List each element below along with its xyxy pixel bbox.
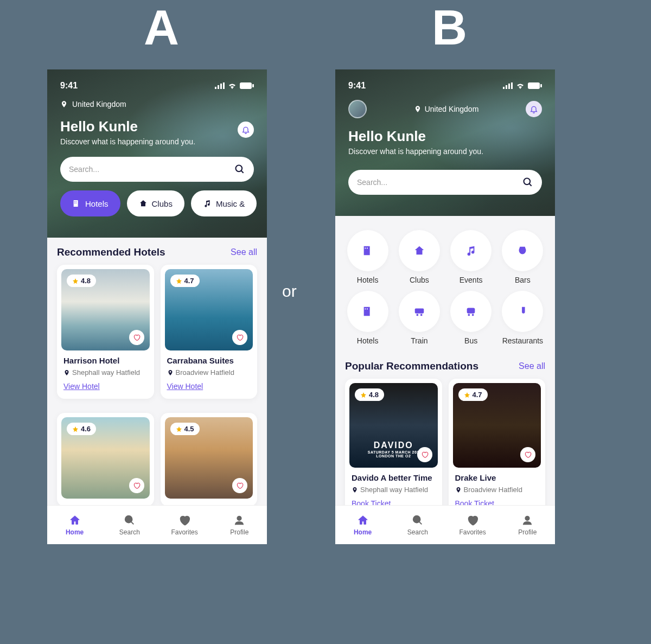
category-label: Events [449,276,494,284]
category-circle [450,230,492,271]
search-input[interactable] [357,178,522,187]
heart-icon [178,514,190,526]
subtitle: Discover what is happening around you. [348,147,542,156]
hotel-card[interactable]: 4.6 [57,413,154,506]
nav-label: Search [119,528,140,536]
hotel-card[interactable]: 4.8 Harrison Hotel Shephall way Hatfield… [57,265,154,399]
search-field[interactable] [60,157,254,182]
rating-badge: 4.6 [67,423,96,435]
rating-badge: 4.5 [170,423,200,435]
search-icon [412,514,424,526]
svg-rect-12 [76,203,76,203]
nav-home[interactable]: Home [335,506,390,544]
favorite-button[interactable] [520,447,535,462]
nav-profile[interactable]: Profile [212,506,267,544]
category-circle [502,291,543,332]
star-icon [464,392,470,398]
category-bars[interactable]: Bars [500,230,545,284]
rating-value: 4.8 [369,391,379,399]
favorite-button[interactable] [129,478,144,493]
pill-clubs[interactable]: Clubs [127,190,184,216]
location-text: Broadview Hatfield [464,486,522,494]
svg-rect-33 [467,308,475,314]
star-icon [176,426,182,432]
nav-label: Favorites [459,528,486,536]
search-input[interactable] [69,165,234,174]
view-hotel-link[interactable]: View Hotel [63,382,100,391]
content-a: Recommended Hotels See all 4.8 Harrison … [47,238,267,544]
svg-rect-30 [415,309,424,314]
user-icon [233,514,245,526]
rating-badge: 4.7 [458,388,488,401]
notifications-button[interactable] [526,101,542,117]
nav-profile[interactable]: Profile [500,506,555,544]
favorite-button[interactable] [232,330,247,345]
heart-icon [133,482,141,489]
hotel-image: 4.7 [165,269,253,350]
status-time: 9:41 [348,81,366,91]
heart-icon [236,334,244,341]
category-hotels[interactable]: Hotels [345,230,390,284]
event-card[interactable]: 4.7 Drake Live Broadview Hatfield Book T… [449,379,546,516]
category-clubs[interactable]: Clubs [397,230,442,284]
svg-rect-9 [74,201,75,202]
see-all-link[interactable]: See all [519,361,545,371]
svg-rect-2 [220,84,222,89]
hotel-card[interactable]: 4.5 [161,413,258,506]
view-hotel-link[interactable]: View Hotel [167,382,203,391]
nav-search[interactable]: Search [390,506,445,544]
see-all-link[interactable]: See all [231,247,257,257]
location-row[interactable]: United Kingdom [414,105,479,113]
pill-label: Hotels [85,199,108,208]
hotel-card[interactable]: 4.7 Carrabana Suites Broadview Hatfield … [161,265,258,399]
pin-icon [63,369,70,376]
card-title: Carrabana Suites [167,356,251,365]
location-text: Shephall way Hatfield [72,368,140,377]
pill-music[interactable]: Music & [191,190,257,216]
nav-favorites[interactable]: Favorites [445,506,500,544]
svg-rect-16 [503,87,505,89]
favorite-button[interactable] [232,478,247,493]
event-card[interactable]: 4.8 DAVIDO SATURDAY 5 MARCH 202 LONDON T… [345,379,442,516]
star-icon [72,426,79,432]
svg-rect-0 [215,87,216,89]
section-title: Recommended Hotels [57,246,165,258]
heart-icon [236,482,244,489]
search-icon [234,164,245,175]
category-restaurants[interactable]: Restaurants [500,291,545,345]
svg-point-6 [236,165,242,172]
category-bus[interactable]: Bus [449,291,494,345]
nav-label: Profile [230,528,248,536]
category-pills[interactable]: Hotels Clubs Music & [60,190,254,216]
hotel-image: 4.5 [165,417,253,499]
card-location: Broadview Hatfield [455,486,539,494]
favorite-button[interactable] [417,447,432,462]
pin-icon [352,487,358,493]
pill-hotels[interactable]: Hotels [60,190,120,216]
category-label: Hotels [345,276,390,284]
category-events[interactable]: Events [449,230,494,284]
favorite-button[interactable] [129,330,144,345]
pin-icon [455,487,462,493]
status-icons [503,82,542,89]
house-icon [139,199,148,208]
category-hotels[interactable]: Hotels [345,291,390,345]
search-field[interactable] [348,170,542,195]
svg-rect-24 [363,246,369,256]
bell-icon [529,105,538,113]
category-icon [362,305,374,317]
rating-value: 4.8 [81,277,91,285]
avatar[interactable] [348,100,367,118]
location-row[interactable]: United Kingdom [60,100,254,109]
variant-label-a: A [144,0,179,56]
category-train[interactable]: Train [397,291,442,345]
category-circle [347,291,388,332]
nav-home[interactable]: Home [47,506,102,544]
hotel-image: 4.6 [61,417,150,499]
signal-icon [503,82,513,89]
nav-search[interactable]: Search [102,506,157,544]
nav-favorites[interactable]: Favorites [157,506,212,544]
svg-rect-25 [365,248,366,249]
svg-rect-27 [363,307,369,316]
event-image: 4.8 DAVIDO SATURDAY 5 MARCH 202 LONDON T… [349,383,438,468]
